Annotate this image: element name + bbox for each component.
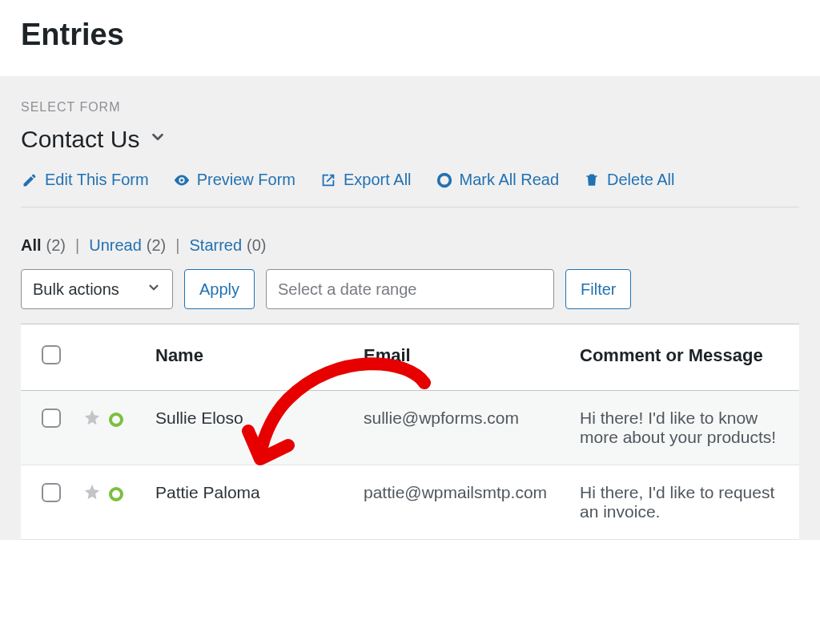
toolbar-link-label: Edit This Form — [45, 171, 149, 189]
select-all-checkbox[interactable] — [42, 345, 61, 364]
filter-count: (2) — [46, 236, 66, 255]
toolbar-link-label: Preview Form — [197, 171, 295, 189]
export-icon — [320, 171, 337, 189]
cell-comment: Hi there, I'd like to request an invoice… — [580, 483, 774, 521]
star-icon[interactable] — [83, 483, 101, 505]
toolbar-link-label: Mark All Read — [460, 171, 560, 189]
filter-label: All — [21, 236, 42, 255]
delete-all-link[interactable]: Delete All — [583, 171, 675, 189]
filter-separator: | — [75, 236, 79, 255]
filter-separator: | — [175, 236, 179, 255]
toolbar-link-label: Export All — [344, 171, 411, 189]
eye-icon — [173, 171, 191, 189]
cell-name: Sullie Eloso — [155, 409, 243, 427]
bulk-actions-label: Bulk actions — [33, 280, 119, 299]
circle-bold-icon — [436, 171, 453, 189]
filter-starred[interactable]: Starred (0) — [189, 236, 266, 255]
toolbar-link-label: Delete All — [607, 171, 675, 189]
form-selector[interactable]: Contact Us — [21, 126, 167, 153]
star-icon[interactable] — [83, 409, 101, 430]
svg-point-0 — [180, 179, 183, 182]
table-row[interactable]: Sullie Eloso sullie@wpforms.com Hi there… — [21, 391, 799, 465]
edit-form-link[interactable]: Edit This Form — [21, 171, 149, 189]
column-header-name[interactable]: Name — [144, 324, 352, 391]
date-range-input[interactable] — [266, 269, 554, 309]
form-selector-name: Contact Us — [21, 126, 139, 153]
chevron-down-icon — [147, 280, 161, 299]
chevron-down-icon — [149, 128, 167, 151]
cell-email: sullie@wpforms.com — [364, 409, 519, 427]
column-header-email[interactable]: Email — [352, 324, 569, 391]
filter-count: (2) — [147, 236, 166, 255]
cell-comment: Hi there! I'd like to know more about yo… — [580, 409, 776, 446]
filter-count: (0) — [247, 236, 266, 255]
export-all-link[interactable]: Export All — [320, 171, 411, 189]
cell-email: pattie@wpmailsmtp.com — [364, 483, 547, 501]
bulk-actions-select[interactable]: Bulk actions — [21, 269, 173, 309]
apply-button[interactable]: Apply — [184, 269, 255, 309]
actions-row: Bulk actions Apply Filter — [21, 269, 799, 309]
unread-indicator-icon[interactable] — [109, 413, 123, 427]
preview-form-link[interactable]: Preview Form — [173, 171, 295, 189]
filter-tabs: All (2) | Unread (2) | Starred (0) — [21, 236, 799, 255]
unread-indicator-icon[interactable] — [109, 487, 123, 501]
pencil-icon — [21, 171, 38, 189]
column-header-comment[interactable]: Comment or Message — [569, 324, 799, 391]
mark-all-read-link[interactable]: Mark All Read — [436, 171, 560, 189]
table-row[interactable]: Pattie Paloma pattie@wpmailsmtp.com Hi t… — [21, 465, 799, 540]
row-checkbox[interactable] — [42, 483, 61, 502]
trash-icon — [583, 171, 601, 189]
svg-point-1 — [438, 174, 450, 186]
filter-label: Unread — [89, 236, 142, 255]
page-title: Entries — [21, 18, 799, 52]
toolbar: Edit This Form Preview Form Export All M… — [21, 171, 799, 207]
filter-label: Starred — [189, 236, 242, 255]
select-form-label: SELECT FORM — [21, 100, 799, 115]
row-checkbox[interactable] — [42, 409, 61, 428]
filter-all[interactable]: All (2) — [21, 236, 66, 255]
entries-table: Name Email Comment or Message Sullie Elo… — [21, 324, 799, 540]
cell-name: Pattie Paloma — [155, 483, 260, 501]
filter-unread[interactable]: Unread (2) — [89, 236, 166, 255]
filter-button[interactable]: Filter — [565, 269, 631, 309]
